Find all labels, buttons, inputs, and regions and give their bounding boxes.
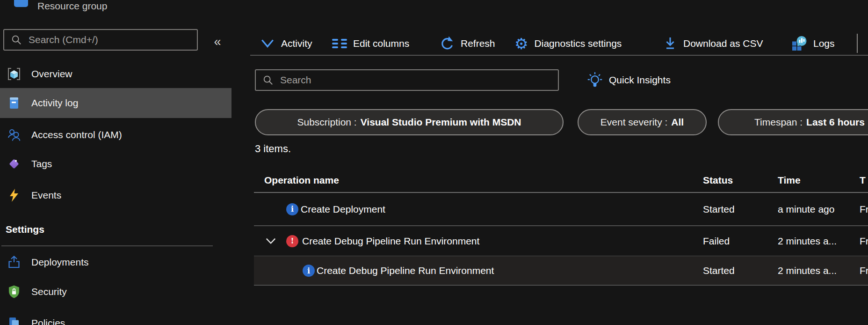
sidebar-item-deployments[interactable]: Deployments [0,247,231,277]
error-icon: ! [286,235,298,247]
sidebar-item-label: Overview [31,68,72,80]
edit-columns-icon [332,39,347,48]
row-extra: Fr [860,265,868,276]
sidebar-item-label: Activity log [31,97,78,109]
sidebar-item-label: Deployments [31,257,89,268]
toolbar-item-label: Download as CSV [683,38,763,49]
sidebar-divider [1,245,213,246]
pill-value: All [671,117,684,128]
download-icon [663,36,677,51]
toolbar-item-label: Diagnostics settings [535,38,622,49]
overview-cube-icon [7,67,21,81]
tag-icon [7,157,21,171]
table-row[interactable]: ! Create Debug Pipeline Run Environment … [254,226,868,256]
search-icon [11,34,22,45]
sidebar-section-settings: Settings [6,224,44,235]
pill-value: Last 6 hours [806,117,865,128]
toolbar-separator [857,34,858,53]
sidebar-item-security[interactable]: Security [0,277,231,307]
toolbar-item-label: Activity [281,38,312,49]
lightbulb-icon [586,70,604,90]
toolbar-download-csv-button[interactable]: Download as CSV [663,33,763,54]
toolbar-diagnostics-settings-button[interactable]: ⚙ Diagnostics settings [514,33,622,54]
documents-icon [7,316,21,325]
row-status: Failed [703,236,730,247]
page-title: Resource group [37,0,107,12]
sidebar-item-label: Tags [31,158,52,170]
quick-insights-button[interactable]: Quick Insights [586,69,671,91]
info-icon: i [286,203,298,215]
shield-lock-icon [7,285,21,299]
column-header-extra[interactable]: T [860,175,866,186]
table-row[interactable]: i Create Deployment Started a minute ago… [254,193,868,225]
sidebar-item-label: Events [31,190,61,201]
pill-value: Visual Studio Premium with MSDN [361,117,521,128]
sidebar-collapse-button[interactable]: « [210,34,225,50]
sidebar-item-events[interactable]: Events [0,180,231,210]
pill-label: Subscription : [297,117,356,128]
expand-chevron-icon[interactable] [265,235,277,247]
row-status: Started [703,265,735,276]
table-header-row: Operation name Status Time T [254,169,868,192]
toolbar-activity-button[interactable]: Activity [260,33,312,54]
activity-log-icon [7,96,21,110]
operation-name: Create Deployment [301,204,385,215]
row-time: a minute ago [778,204,834,215]
toolbar-logs-button[interactable]: Logs [791,33,835,54]
quick-insights-label: Quick Insights [609,74,671,86]
row-extra: Fr [860,236,868,247]
toolbar-refresh-button[interactable]: Refresh [439,33,495,54]
operation-name: Create Debug Pipeline Run Environment [302,236,479,247]
deploy-upload-icon [7,255,21,269]
column-header-operation[interactable]: Operation name [264,175,339,186]
table-row-child[interactable]: i Create Debug Pipeline Run Environment … [254,256,868,285]
row-time: 2 minutes a... [778,265,837,276]
sidebar-item-tags[interactable]: Tags [0,149,231,179]
column-header-time[interactable]: Time [778,175,801,186]
toolbar-item-label: Refresh [461,38,495,49]
filter-pill-subscription[interactable]: Subscription : Visual Studio Premium wit… [255,109,564,135]
row-time: 2 minutes a... [778,236,837,247]
logs-icon [791,36,807,52]
toolbar-item-label: Logs [813,38,835,49]
row-extra: Fr [860,204,868,215]
sidebar-search-box[interactable] [3,29,198,51]
resource-group-icon [14,0,28,7]
sidebar-item-label: Access control (IAM) [31,129,122,140]
activity-log-table: Operation name Status Time T i Create De… [254,169,868,325]
activity-search-box[interactable] [255,69,559,91]
refresh-icon [439,36,455,52]
search-icon [262,74,274,86]
sidebar-item-label: Policies [31,318,65,325]
gear-icon: ⚙ [514,36,528,52]
sidebar-item-policies[interactable]: Policies [0,308,231,325]
sidebar-item-access-control[interactable]: Access control (IAM) [0,120,231,150]
toolbar-rule [250,55,868,56]
info-icon: i [303,265,315,277]
sidebar-item-activity-log[interactable]: Activity log [0,88,231,118]
sidebar-item-label: Security [31,286,67,297]
row-rule [254,285,868,286]
column-header-status[interactable]: Status [703,175,733,186]
items-count: 3 items. [255,143,291,155]
filter-pill-timespan[interactable]: Timespan : Last 6 hours [718,109,868,135]
row-status: Started [703,204,735,215]
sidebar-item-overview[interactable]: Overview [0,59,231,89]
lightning-bolt-icon [7,188,21,202]
pill-label: Timespan : [754,117,803,128]
sidebar-search-input[interactable] [28,34,197,46]
pill-label: Event severity : [600,117,668,128]
toolbar-edit-columns-button[interactable]: Edit columns [332,33,409,54]
operation-name: Create Debug Pipeline Run Environment [317,265,494,276]
toolbar-item-label: Edit columns [353,38,409,49]
filter-pill-event-severity[interactable]: Event severity : All [578,109,707,135]
activity-search-input[interactable] [279,74,558,86]
azure-resource-group-page: Resource group « Overview [0,0,868,325]
people-icon [7,128,21,142]
chevron-down-icon [260,37,275,50]
